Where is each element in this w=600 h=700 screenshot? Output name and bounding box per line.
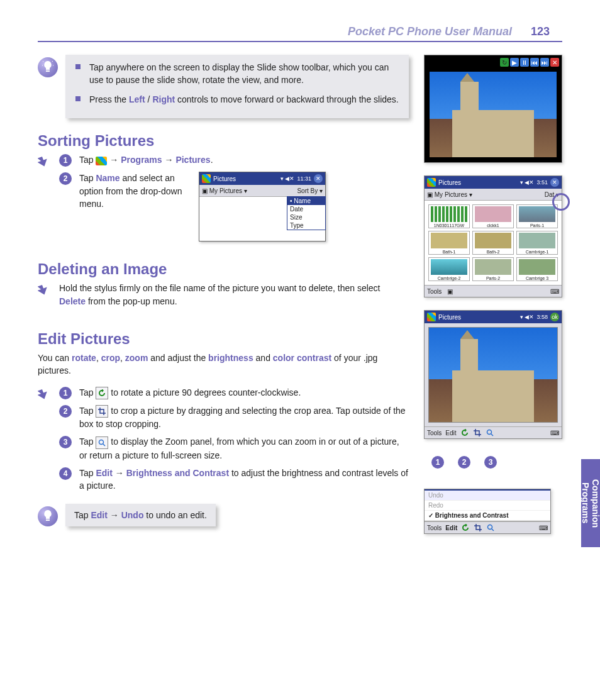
thumbnail: Bath-2 <box>472 231 514 255</box>
folder-dropdown: ▣ My Pictures ▾ <box>427 191 472 198</box>
step-text: Tap to display the Zoom panel, from whic… <box>79 435 409 462</box>
svg-line-5 <box>491 434 493 436</box>
step-number: 3 <box>59 436 72 448</box>
sort-by-label: Sort By ▾ <box>297 187 323 194</box>
screenshot-slideshow: ↻ ▶ ⏸ ⏮ ⏭ ✕ <box>424 55 562 163</box>
crop-icon <box>473 428 482 437</box>
svg-line-2 <box>103 444 105 446</box>
crop-icon <box>96 405 108 418</box>
clock-label: 11:31 <box>297 175 311 182</box>
screenshot-sortby-dropdown: Pictures ▾ ◀✕ 11:31 ✕ ▣ My Pictures ▾ So… <box>199 172 326 242</box>
tip-bullet: Tap anywhere on the screen to display th… <box>74 61 400 87</box>
section-tab-companion-programs: Companion Programs <box>581 459 600 547</box>
app-title: Pictures <box>213 175 236 182</box>
callout-number: 3 <box>484 456 497 469</box>
svg-point-1 <box>99 440 104 444</box>
thumbnail: Paris-2 <box>472 257 514 281</box>
zoom-icon <box>96 436 108 449</box>
tip-bullet: Press the Left / Right controls to move … <box>74 93 400 106</box>
menu-item-redo: Redo <box>425 501 550 511</box>
deleting-body: Hold the stylus firmly on the file name … <box>59 282 409 308</box>
tools-menu: Tools <box>427 525 442 531</box>
thumbnail: Cambrige-1 <box>516 231 558 255</box>
procedure-arrow-icon <box>38 387 52 401</box>
header-title: Pocket PC Phone User Manual <box>348 25 512 38</box>
step-text: Tap to rotate a picture 90 degrees count… <box>79 386 409 399</box>
tools-menu: Tools <box>427 288 442 295</box>
procedure-arrow-icon <box>38 283 52 297</box>
start-flag-icon <box>427 313 436 321</box>
edit-menu: Edit <box>445 525 457 531</box>
callout-ring <box>552 193 570 211</box>
thumbnail: Bath-1 <box>428 231 470 255</box>
sort-option-selected: • Name <box>287 197 325 205</box>
signal-icon: ▾ ◀✕ <box>281 175 295 182</box>
step-number: 2 <box>59 405 72 418</box>
slideshow-icon: ▣ <box>445 287 454 296</box>
rotate-icon <box>461 523 470 532</box>
thumbnail: Paris-1 <box>516 204 558 228</box>
tools-menu: Tools <box>427 430 442 436</box>
step-text: Tap Name and select an option from the d… <box>79 172 186 210</box>
lightbulb-icon <box>38 506 58 526</box>
crop-icon <box>474 523 482 532</box>
page-number: 123 <box>531 25 550 38</box>
header-rule <box>38 41 562 42</box>
folder-dropdown: ▣ My Pictures ▾ <box>202 187 247 194</box>
svg-point-6 <box>488 525 492 530</box>
close-icon: ✕ <box>550 58 559 67</box>
edit-intro: You can rotate, crop, zoom and adjust th… <box>38 352 409 377</box>
procedure-arrow-icon <box>38 155 52 169</box>
menu-item-undo: Undo <box>425 489 550 501</box>
app-title: Pictures <box>438 179 461 186</box>
zoom-icon <box>486 428 494 437</box>
rotate-icon <box>96 387 108 399</box>
signal-icon: ▾ ◀✕ <box>520 314 535 320</box>
pause-icon: ⏸ <box>520 58 529 67</box>
close-icon: ✕ <box>314 174 323 183</box>
tip-box-slideshow: Tap anywhere on the screen to display th… <box>65 55 409 118</box>
ok-icon: ok <box>550 313 559 321</box>
step-number: 2 <box>59 172 72 185</box>
sort-option: Type <box>287 221 325 230</box>
thumbnail: 1N0301117GW <box>428 204 470 228</box>
thumbnail: Cambrige-2 <box>428 257 470 281</box>
svg-line-7 <box>492 529 494 531</box>
step-number: 1 <box>59 154 72 167</box>
step-number: 1 <box>59 387 72 399</box>
thumbnail: clckk1 <box>472 204 514 228</box>
start-flag-icon <box>96 154 107 167</box>
callout-number: 2 <box>458 456 470 469</box>
clock-label: 3:58 <box>536 314 548 320</box>
screenshot-picture-editor: Pictures ▾ ◀✕ 3:58 ok Tools Edit <box>424 310 562 439</box>
prev-icon: ⏮ <box>530 58 539 67</box>
sort-option: Size <box>287 213 325 221</box>
app-title: Pictures <box>438 314 461 321</box>
clock-label: 3:51 <box>536 179 548 186</box>
rotate-icon <box>460 428 469 437</box>
step-text: Tap Edit → Brightness and Contrast to ad… <box>79 467 409 492</box>
keyboard-icon: ⌨ <box>550 428 559 437</box>
sort-option: Date <box>287 205 325 213</box>
screenshot-pictures-grid: Pictures ▾ ◀✕ 3:51 ✕ ▣ My Pictures ▾ Dat… <box>424 175 562 297</box>
svg-rect-3 <box>46 519 50 521</box>
keyboard-icon: ⌨ <box>539 523 548 532</box>
svg-point-4 <box>487 430 491 435</box>
step-text: Tap → Programs → Pictures. <box>79 153 409 167</box>
editor-callouts: 1 2 3 <box>431 455 562 469</box>
lightbulb-icon <box>38 57 58 77</box>
keyboard-icon: ⌨ <box>550 287 559 296</box>
heading-sorting-pictures: Sorting Pictures <box>38 132 409 150</box>
screenshot-edit-menu: Undo Redo Brightness and Contrast Tools … <box>424 489 551 534</box>
start-flag-icon <box>427 178 436 187</box>
heading-edit-pictures: Edit Pictures <box>38 330 409 348</box>
heading-deleting-image: Deleting an Image <box>38 260 409 278</box>
next-icon: ⏭ <box>540 58 549 67</box>
zoom-icon <box>486 523 495 532</box>
callout-number: 1 <box>431 456 444 469</box>
svg-rect-0 <box>46 70 50 72</box>
thumbnail: Cambrige 3 <box>516 257 558 281</box>
start-flag-icon <box>202 174 211 183</box>
tip-box-undo: Tap Edit → Undo to undo an edit. <box>65 504 216 526</box>
rotate-icon: ↻ <box>500 58 509 67</box>
